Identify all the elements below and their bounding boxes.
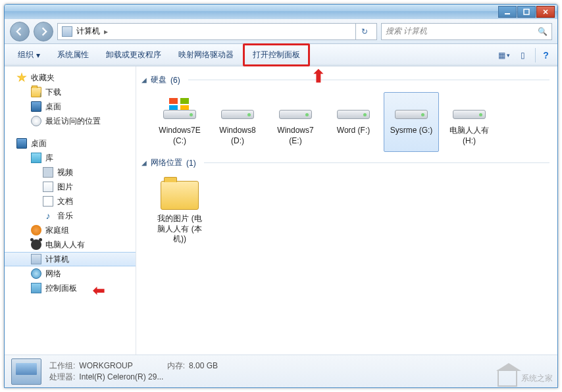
pictures-icon: [43, 182, 53, 192]
network-item-label: 我的图片 (电脑人人有 (本机)): [154, 214, 205, 245]
drive-icon: [163, 98, 197, 122]
desktop-icon: [16, 138, 27, 149]
drive-label: Word (F:): [328, 126, 379, 136]
drive-label: 电脑人人有 (H:): [444, 126, 495, 146]
forward-button[interactable]: [34, 22, 53, 41]
memory-label: 内存:: [167, 360, 185, 372]
sidebar-desktop-root[interactable]: 桌面: [5, 136, 136, 151]
cpu-label: 处理器:: [49, 372, 75, 383]
sidebar-recent[interactable]: 最近访问的位置: [5, 114, 136, 128]
toolbar: 组织 ▾ 系统属性 卸载或更改程序 映射网络驱动器 打开控制面板 ▦▾ ▯ ?: [5, 44, 557, 66]
workgroup-label: 工作组:: [49, 360, 75, 372]
main-split: 收藏夹 下载 桌面 最近访问的位置 桌面 库 视频 图片 文档 ♪音乐 家庭组 …: [5, 66, 557, 355]
cpu-value: Intel(R) Celeron(R) 29...: [79, 372, 163, 381]
star-icon: [16, 72, 27, 83]
sidebar-computer[interactable]: 计算机: [5, 252, 136, 266]
map-network-drive-button[interactable]: 映射网络驱动器: [170, 45, 242, 64]
documents-icon: [43, 196, 53, 207]
view-mode-button[interactable]: ▦▾: [496, 48, 513, 62]
close-button[interactable]: [536, 6, 555, 18]
system-properties-button[interactable]: 系统属性: [49, 45, 97, 64]
collapse-icon[interactable]: ◢: [141, 159, 147, 166]
workgroup-value: WORKGROUP: [79, 361, 132, 370]
annotation-arrow-up: ⬆: [311, 66, 326, 87]
nav-bar: 计算机 ▸ ↻ 搜索 计算机 🔍: [5, 19, 557, 44]
computer-icon: [31, 254, 41, 264]
drive-icon: [278, 98, 313, 122]
view-grid-icon: ▦: [498, 51, 505, 60]
maximize-button[interactable]: [517, 6, 536, 18]
search-icon[interactable]: 🔍: [538, 27, 548, 36]
collapse-icon[interactable]: ◢: [141, 76, 147, 84]
recent-icon: [31, 116, 41, 126]
library-icon: [31, 153, 41, 163]
drive-icon: [220, 98, 255, 122]
svg-rect-1: [524, 9, 529, 14]
drive-label: Windows7E (C:): [154, 126, 205, 146]
address-bar[interactable]: 计算机 ▸ ↻: [57, 23, 377, 40]
drive-item[interactable]: Word (F:): [326, 92, 381, 152]
organize-menu[interactable]: 组织 ▾: [10, 45, 48, 64]
details-pane: 工作组: WORKGROUP 内存: 8.00 GB 处理器: Intel(R)…: [5, 355, 557, 387]
memory-value: 8.00 GB: [189, 361, 218, 370]
address-icon: [62, 26, 72, 37]
drive-icon: [452, 98, 486, 122]
help-button[interactable]: ?: [535, 48, 552, 62]
drive-icon: [394, 98, 428, 122]
sidebar-user[interactable]: 电脑人人有: [5, 237, 136, 252]
network-item[interactable]: 我的图片 (电脑人人有 (本机)): [152, 175, 207, 251]
drive-item[interactable]: Windows7E (C:): [152, 92, 207, 152]
sidebar-downloads[interactable]: 下载: [5, 85, 136, 99]
folder-icon: [161, 181, 199, 210]
content-pane[interactable]: ◢ 硬盘 (6) Windows7E (C:)Windows8 (D:)Wind…: [136, 66, 557, 355]
group-hard-drives[interactable]: ◢ 硬盘 (6): [141, 69, 549, 92]
navigation-pane[interactable]: 收藏夹 下载 桌面 最近访问的位置 桌面 库 视频 图片 文档 ♪音乐 家庭组 …: [5, 66, 136, 355]
chevron-down-icon: ▾: [36, 51, 40, 60]
network-icon: [31, 268, 41, 279]
svg-rect-0: [505, 13, 510, 14]
refresh-button[interactable]: ↻: [355, 23, 372, 40]
explorer-window: 计算机 ▸ ↻ 搜索 计算机 🔍 组织 ▾ 系统属性 卸载或更改程序 映射网络驱…: [4, 4, 558, 388]
annotation-arrow-left: ⬅: [93, 282, 136, 299]
sidebar-pictures[interactable]: 图片: [5, 180, 136, 194]
address-label: 计算机: [76, 26, 100, 37]
homegroup-icon: [31, 225, 41, 235]
sidebar-library[interactable]: 库: [5, 151, 136, 165]
sidebar-favorites[interactable]: 收藏夹: [5, 70, 136, 85]
computer-large-icon: [11, 358, 41, 385]
music-icon: ♪: [43, 210, 53, 221]
sidebar-documents[interactable]: 文档: [5, 194, 136, 208]
network-location-list: 我的图片 (电脑人人有 (本机)): [141, 175, 549, 251]
drive-item[interactable]: Sysrme (G:): [384, 92, 439, 152]
drive-label: Windows7 (E:): [270, 126, 321, 146]
sidebar-network[interactable]: 网络: [5, 266, 136, 281]
sidebar-music[interactable]: ♪音乐: [5, 208, 136, 223]
video-icon: [43, 167, 53, 178]
sidebar-desktop[interactable]: 桌面: [5, 99, 136, 114]
control-panel-icon: [31, 283, 41, 293]
drive-list: Windows7E (C:)Windows8 (D:)Windows7 (E:)…: [141, 92, 549, 152]
drive-item[interactable]: 电脑人人有 (H:): [442, 92, 497, 152]
help-icon: ?: [543, 50, 549, 61]
sidebar-videos[interactable]: 视频: [5, 165, 136, 180]
open-control-panel-button[interactable]: 打开控制面板: [243, 43, 310, 66]
drive-icon: [336, 98, 370, 122]
group-network-locations[interactable]: ◢ 网络位置 (1): [141, 152, 549, 175]
preview-pane-button[interactable]: ▯: [514, 48, 531, 62]
drive-label: Sysrme (G:): [386, 126, 437, 136]
search-placeholder: 搜索 计算机: [386, 26, 427, 37]
window-titlebar: [5, 5, 557, 19]
desktop-icon: [31, 101, 41, 112]
chevron-down-icon: ▾: [507, 52, 510, 59]
drive-label: Windows8 (D:): [212, 126, 263, 146]
back-button[interactable]: [10, 22, 30, 41]
downloads-icon: [31, 87, 41, 97]
drive-item[interactable]: Windows8 (D:): [210, 92, 265, 152]
sidebar-homegroup[interactable]: 家庭组: [5, 223, 136, 237]
drive-item[interactable]: Windows7 (E:): [268, 92, 323, 152]
address-separator: ▸: [104, 27, 108, 36]
search-box[interactable]: 搜索 计算机 🔍: [381, 23, 552, 40]
uninstall-program-button[interactable]: 卸载或更改程序: [98, 45, 169, 64]
user-icon: [31, 239, 41, 250]
minimize-button[interactable]: [498, 6, 517, 18]
